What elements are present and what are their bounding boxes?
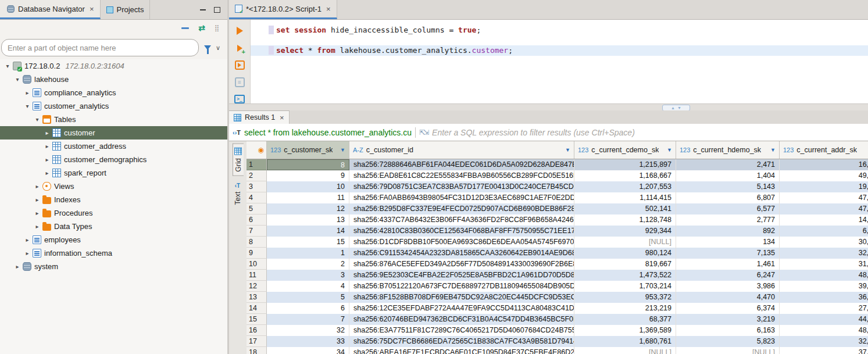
chevron-right-icon[interactable]: ▸ <box>13 263 22 270</box>
grid-cell[interactable]: 819,667 <box>574 259 676 270</box>
grid-cell[interactable]: 15 <box>267 237 349 248</box>
chevron-down-icon[interactable]: ∨ <box>216 44 220 52</box>
grid-corner-cell[interactable]: ◉ <box>247 141 267 159</box>
grid-cell[interactable]: 34 <box>267 347 349 354</box>
row-number[interactable]: 13 <box>247 292 267 303</box>
chevron-right-icon[interactable]: ▸ <box>33 223 41 230</box>
tree-item-procedures[interactable]: ▸Procedures <box>0 206 227 220</box>
chevron-right-icon[interactable]: ▸ <box>43 170 51 176</box>
execute-in-new-tab-icon[interactable]: + <box>234 43 245 53</box>
grid-cell[interactable]: 6,163 <box>676 325 780 336</box>
tree-item-data-types[interactable]: ▸Data Types <box>0 220 227 233</box>
row-number[interactable]: 5 <box>247 203 267 214</box>
grid-cell[interactable]: 1,215,897 <box>574 159 676 170</box>
grid-cell[interactable]: 32,94 <box>780 248 868 259</box>
grid-cell[interactable]: 1,680,761 <box>574 336 676 347</box>
grid-cell[interactable]: sha256:9E52303CE4FBA2E2F0525E8A5BFBD2C1A… <box>349 270 574 281</box>
grid-cell[interactable]: 502,141 <box>574 203 676 214</box>
grid-cell[interactable]: 929,344 <box>574 226 676 237</box>
view-menu-icon[interactable]: ⣿ <box>215 24 219 32</box>
column-header-c_customer_sk[interactable]: 123c_customer_sk▼ <box>267 141 349 159</box>
object-filter-input[interactable] <box>1 39 199 56</box>
tree-item-172-18-0-2[interactable]: ▾172.18.0.2172.18.0.2:31604 <box>0 59 227 73</box>
grid-cell[interactable]: sha256:12CE35EFDABF272A4A47E9FA9CC5D4113… <box>349 303 574 314</box>
row-number[interactable]: 10 <box>247 259 267 270</box>
tree-item-information-schema[interactable]: ▸information_schema <box>0 246 227 260</box>
grid-cell[interactable]: 36,36 <box>780 292 868 303</box>
minimize-icon[interactable] <box>200 9 206 10</box>
close-icon[interactable]: × <box>280 113 284 122</box>
grid-cell[interactable]: 3,219 <box>676 314 780 325</box>
grid-cell[interactable]: 1,461 <box>676 259 780 270</box>
grid-cell[interactable]: 3 <box>267 270 349 281</box>
grid-cell[interactable]: 6,577 <box>676 203 780 214</box>
grid-cell[interactable]: 32 <box>267 325 349 336</box>
grid-cell[interactable]: 134 <box>676 237 780 248</box>
grid-cell[interactable]: 6,44 <box>780 226 868 237</box>
grid-cell[interactable]: 10 <box>267 181 349 192</box>
grid-cell[interactable]: 953,372 <box>574 292 676 303</box>
grid-cell[interactable]: 14,00 <box>780 214 868 226</box>
tree-item-lakehouse[interactable]: ▾lakehouse <box>0 73 227 86</box>
tab-grid-presentation[interactable]: Grid <box>233 144 244 176</box>
grid-cell[interactable]: 5,823 <box>676 336 780 347</box>
tab-database-navigator[interactable]: Database Navigator × <box>0 0 101 19</box>
chevron-right-icon[interactable]: ▸ <box>23 90 31 96</box>
grid-cell[interactable]: 6,807 <box>676 192 780 203</box>
tree-item-customer-address[interactable]: ▸customer_address <box>0 140 227 153</box>
tab-sql-script[interactable]: *<172.18.0.2> Script-1 × <box>229 0 337 19</box>
grid-cell[interactable]: 47,36 <box>780 203 868 214</box>
row-number[interactable]: 6 <box>247 214 267 226</box>
row-number[interactable]: 17 <box>247 336 267 347</box>
grid-cell[interactable]: 213,219 <box>574 303 676 314</box>
column-header-c_customer_id[interactable]: A-Zc_customer_id▼ <box>349 141 574 159</box>
grid-cell[interactable]: sha256:876ACE5EFED349A2D56F77D5084891433… <box>349 259 574 270</box>
row-number[interactable]: 8 <box>247 237 267 248</box>
tab-projects[interactable]: Projects <box>101 0 151 19</box>
chevron-right-icon[interactable]: ▸ <box>33 196 41 203</box>
grid-cell[interactable]: [NULL] <box>676 347 780 354</box>
chevron-right-icon[interactable]: ▸ <box>43 130 51 136</box>
collapse-down-icon[interactable]: ▼ <box>677 106 681 110</box>
row-number[interactable]: 1 <box>247 159 267 170</box>
grid-cell[interactable]: 1,114,415 <box>574 192 676 203</box>
grid-cell[interactable]: sha256:75DC7FCB6686EDA72565C1B838CA7FC43… <box>349 336 574 347</box>
sql-line[interactable]: set session hide_inaccessible_columns = … <box>251 25 868 35</box>
grid-cell[interactable]: 1,168,667 <box>574 170 676 181</box>
grid-cell[interactable]: 1,128,748 <box>574 214 676 226</box>
chevron-right-icon[interactable]: ▸ <box>23 237 31 243</box>
grid-cell[interactable]: 32,43 <box>780 336 868 347</box>
grid-cell[interactable]: 1,703,214 <box>574 281 676 292</box>
grid-cell[interactable]: 5,143 <box>676 181 780 192</box>
grid-cell[interactable]: 6,247 <box>676 270 780 281</box>
grid-cell[interactable]: sha256:8F1528BB708DF69EB475DC92A8C20EC44… <box>349 292 574 303</box>
chevron-down-icon[interactable]: ▾ <box>3 63 12 69</box>
row-number[interactable]: 18 <box>247 347 267 354</box>
sql-line[interactable] <box>251 35 868 46</box>
tree-item-employees[interactable]: ▸employees <box>0 233 227 246</box>
chevron-right-icon[interactable]: ▸ <box>33 183 41 189</box>
grid-cell[interactable]: 12 <box>267 203 349 214</box>
grid-cell[interactable]: 37,56 <box>780 347 868 354</box>
grid-cell[interactable]: 892 <box>676 226 780 237</box>
tree-item-customer[interactable]: ▸customer <box>0 126 227 140</box>
column-menu-icon[interactable]: ▼ <box>337 147 345 153</box>
row-number[interactable]: 14 <box>247 303 267 314</box>
sql-line[interactable]: select * from lakehouse.customer_analyti… <box>251 45 868 56</box>
grid-cell[interactable]: sha256:620746BED947362BCD6CF31B0A4C547DD… <box>349 314 574 325</box>
grid-cell[interactable]: 9 <box>267 170 349 181</box>
chevron-right-icon[interactable]: ▸ <box>23 250 31 256</box>
grid-cell[interactable]: 4,470 <box>676 292 780 303</box>
execute-script-icon[interactable] <box>235 60 245 70</box>
grid-cell[interactable]: 1 <box>267 248 349 259</box>
filter-icon[interactable] <box>204 45 211 50</box>
grid-cell[interactable]: 4 <box>267 281 349 292</box>
grid-cell[interactable]: sha256:FA0ABB6943B98054FC31D12D3E3AEC689… <box>349 192 574 203</box>
grid-cell[interactable]: 47,99 <box>780 192 868 203</box>
chevron-right-icon[interactable]: ▸ <box>33 210 41 216</box>
expand-filter-icon[interactable]: ⇱⇲ <box>419 128 427 137</box>
grid-cell[interactable]: sha256:79D08751C3EA7C83BA57D177E00413D0C… <box>349 181 574 192</box>
grid-cell[interactable]: 31,65 <box>780 259 868 270</box>
grid-cell[interactable]: sha256:ABEA16E7E1ECBDCA6E01CE1095D84E37C… <box>349 347 574 354</box>
tree-item-customer-demographics[interactable]: ▸customer_demographics <box>0 153 227 166</box>
